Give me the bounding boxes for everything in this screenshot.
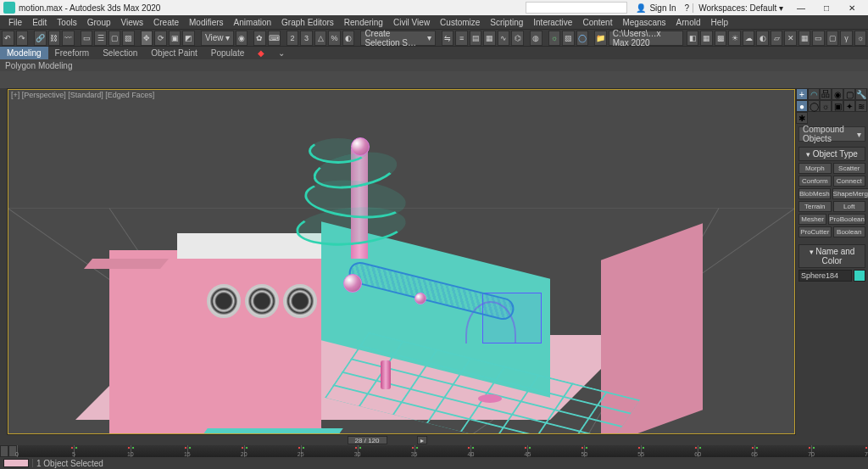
- layer-explorer-button[interactable]: ▤: [470, 31, 482, 46]
- btn-boolean[interactable]: Boolean: [833, 226, 866, 237]
- select-button[interactable]: ▭: [81, 31, 93, 46]
- edged-faces-button[interactable]: ▩: [715, 31, 727, 46]
- viewport-label[interactable]: [+] [Perspective] [Standard] [Edged Face…: [11, 91, 154, 99]
- link-button[interactable]: 🔗: [34, 31, 47, 46]
- maximize-button[interactable]: □: [814, 0, 839, 15]
- menu-arnold[interactable]: Arnold: [671, 18, 706, 27]
- btn-procutter[interactable]: ProCutter: [798, 226, 832, 237]
- curve-editor-button[interactable]: ∿: [498, 31, 510, 46]
- material-editor-button[interactable]: ◍: [530, 31, 542, 46]
- track-bar[interactable]: 051015202530354045505560657075: [0, 445, 868, 457]
- select-scale-button[interactable]: ▣: [169, 31, 181, 46]
- undo-button[interactable]: ↶: [2, 31, 14, 46]
- scene-explorer-gutter[interactable]: [0, 88, 7, 435]
- keyboard-shortcut-button[interactable]: ⌨: [268, 31, 281, 46]
- toggle-ribbon-button[interactable]: ▦: [483, 31, 496, 46]
- cp-tab-motion[interactable]: ◉: [832, 88, 843, 100]
- manipulate-button[interactable]: ✿: [253, 31, 266, 46]
- menu-tools[interactable]: Tools: [52, 18, 81, 27]
- cp-tab-modify[interactable]: ◠: [808, 88, 820, 100]
- shade-selected-button[interactable]: ◧: [687, 31, 699, 46]
- ribbon-tab-modeling[interactable]: Modeling: [0, 47, 48, 59]
- ribbon-min-icon[interactable]: ⌄: [271, 47, 292, 59]
- rendered-frame-button[interactable]: ▧: [562, 31, 575, 46]
- menu-rendering[interactable]: Rendering: [339, 18, 388, 27]
- minimize-button[interactable]: —: [788, 0, 814, 15]
- named-selection-dropdown[interactable]: Create Selection S… ▾: [360, 31, 435, 46]
- btn-morph[interactable]: Morph: [798, 163, 832, 174]
- btn-conform[interactable]: Conform: [798, 176, 832, 187]
- schematic-view-button[interactable]: ⌬: [511, 31, 524, 46]
- create-shapes[interactable]: ◯: [808, 100, 820, 112]
- btn-proboolean[interactable]: ProBoolean: [828, 214, 865, 225]
- btn-loft[interactable]: Loft: [833, 201, 866, 212]
- textures-button[interactable]: ▱: [771, 31, 783, 46]
- menu-civilview[interactable]: Civil View: [388, 18, 435, 27]
- snap-toggle-3d[interactable]: 3: [300, 31, 313, 46]
- menu-scripting[interactable]: Scripting: [485, 18, 528, 27]
- create-lights[interactable]: ☼: [820, 100, 832, 112]
- unlink-button[interactable]: ⛓: [48, 31, 61, 46]
- rollout-name-color[interactable]: ▾ Name and Color: [798, 244, 865, 268]
- track-ruler[interactable]: 051015202530354045505560657075: [17, 445, 868, 457]
- spinner-snap-button[interactable]: ◐: [342, 31, 355, 46]
- object-name-field[interactable]: Sphere184: [798, 270, 852, 282]
- safe-frame-button[interactable]: ▢: [826, 31, 839, 46]
- status-color-swatch[interactable]: [3, 459, 29, 467]
- refcoord-dropdown[interactable]: View ▾: [201, 31, 234, 46]
- menu-megascans[interactable]: Megascans: [617, 18, 670, 27]
- create-geometry[interactable]: ●: [796, 100, 808, 112]
- menu-modifiers[interactable]: Modifiers: [184, 18, 229, 27]
- wireframe-button[interactable]: ▦: [700, 31, 713, 46]
- menu-interactive[interactable]: Interactive: [528, 18, 577, 27]
- cp-tab-display[interactable]: ▢: [843, 88, 855, 100]
- select-move-button[interactable]: ✥: [141, 31, 153, 46]
- project-path[interactable]: C:\Users\…x Max 2020: [609, 31, 683, 46]
- menu-edit[interactable]: Edit: [27, 18, 52, 27]
- percent-snap-button[interactable]: %: [328, 31, 341, 46]
- menu-group[interactable]: Group: [82, 18, 116, 27]
- close-button[interactable]: ✕: [839, 0, 865, 15]
- ribbon-tab-freeform[interactable]: Freeform: [48, 47, 97, 59]
- select-rotate-button[interactable]: ⟳: [154, 31, 167, 46]
- use-center-button[interactable]: ◉: [236, 31, 248, 46]
- geometry-category-dropdown[interactable]: Compound Objects▾: [798, 126, 865, 142]
- menu-customize[interactable]: Customize: [435, 18, 485, 27]
- angle-snap-button[interactable]: △: [314, 31, 327, 46]
- align-button[interactable]: ≡: [455, 31, 468, 46]
- bind-space-warp-button[interactable]: 〰: [62, 31, 75, 46]
- sign-in-button[interactable]: 👤Sign In: [631, 3, 681, 13]
- ribbon-presets-icon[interactable]: ◆: [251, 47, 271, 59]
- time-next-button[interactable]: ▸: [417, 436, 427, 444]
- grid-button[interactable]: ▦: [798, 31, 811, 46]
- ao-button[interactable]: ◐: [756, 31, 769, 46]
- redo-button[interactable]: ↷: [16, 31, 29, 46]
- menu-content[interactable]: Content: [577, 18, 617, 27]
- btn-shapemerge[interactable]: ShapeMerge: [832, 188, 868, 199]
- gamma-button[interactable]: γ: [840, 31, 853, 46]
- open-project-folder-button[interactable]: 📁: [594, 31, 607, 46]
- create-spacewarps[interactable]: ≋: [855, 100, 867, 112]
- btn-terrain[interactable]: Terrain: [798, 201, 832, 212]
- menu-animation[interactable]: Animation: [229, 18, 276, 27]
- menu-file[interactable]: File: [3, 18, 27, 27]
- exposure-button[interactable]: ☼: [854, 31, 867, 46]
- help-icon[interactable]: ?: [682, 3, 693, 13]
- rollout-object-type[interactable]: ▾ Object Type: [798, 147, 865, 161]
- track-filter-button[interactable]: [0, 445, 8, 457]
- cp-tab-utilities[interactable]: 🔧: [855, 88, 867, 100]
- snap-toggle-2d[interactable]: 2: [287, 31, 299, 46]
- create-helpers[interactable]: ✦: [843, 100, 855, 112]
- menu-create[interactable]: Create: [148, 18, 184, 27]
- btn-blobmesh[interactable]: BlobMesh: [798, 188, 831, 199]
- workspace-picker[interactable]: Workspaces: Default ▾: [693, 3, 788, 13]
- btn-scatter[interactable]: Scatter: [833, 163, 866, 174]
- btn-connect[interactable]: Connect: [833, 176, 866, 187]
- object-color-swatch[interactable]: [854, 270, 865, 282]
- render-production-button[interactable]: ◯: [576, 31, 589, 46]
- window-crossing-button[interactable]: ▨: [122, 31, 135, 46]
- time-slider-handle[interactable]: 28 / 120: [348, 436, 387, 444]
- cp-tab-hierarchy[interactable]: 品: [820, 88, 832, 100]
- xview-button[interactable]: ✕: [784, 31, 797, 46]
- select-place-button[interactable]: ◩: [182, 31, 195, 46]
